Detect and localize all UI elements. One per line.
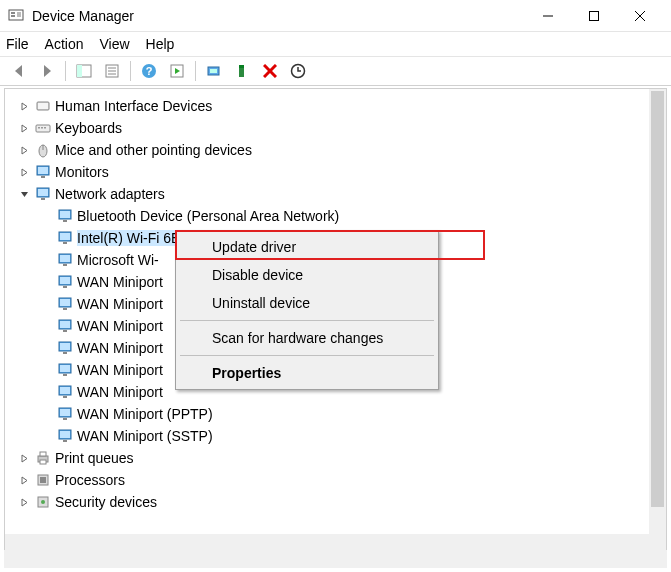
svg-rect-39 — [60, 211, 70, 218]
uninstall-toolbar-button[interactable] — [257, 58, 283, 84]
category-icon — [35, 450, 51, 466]
scan-hardware-button[interactable] — [201, 58, 227, 84]
svg-rect-29 — [44, 127, 46, 129]
tree-category[interactable]: Print queues — [17, 447, 662, 469]
action-toolbar-button[interactable] — [164, 58, 190, 84]
device-icon — [57, 384, 73, 400]
category-label: Keyboards — [55, 120, 122, 136]
expander-icon[interactable] — [17, 495, 31, 509]
ctx-properties[interactable]: Properties — [178, 359, 436, 387]
device-icon — [57, 428, 73, 444]
expander-icon[interactable] — [17, 99, 31, 113]
device-label: WAN Miniport — [77, 318, 163, 334]
svg-rect-70 — [63, 440, 67, 442]
tree-device[interactable]: WAN Miniport (SSTP) — [39, 425, 662, 447]
svg-rect-58 — [63, 352, 67, 354]
menu-action[interactable]: Action — [45, 36, 84, 52]
device-label: WAN Miniport — [77, 362, 163, 378]
category-icon — [35, 186, 51, 202]
expander-icon[interactable] — [17, 187, 31, 201]
device-label: WAN Miniport — [77, 384, 163, 400]
category-icon — [35, 120, 51, 136]
device-label: WAN Miniport — [77, 340, 163, 356]
forward-button[interactable] — [34, 58, 60, 84]
svg-rect-51 — [60, 299, 70, 306]
svg-rect-43 — [63, 242, 67, 244]
tree-device[interactable]: Bluetooth Device (Personal Area Network) — [39, 205, 662, 227]
svg-rect-60 — [60, 365, 70, 372]
expander-icon[interactable] — [17, 451, 31, 465]
category-icon — [35, 142, 51, 158]
maximize-button[interactable] — [571, 0, 617, 32]
menu-help[interactable]: Help — [146, 36, 175, 52]
svg-rect-46 — [63, 264, 67, 266]
tree-category[interactable]: Human Interface Devices — [17, 95, 662, 117]
tree-category[interactable]: Keyboards — [17, 117, 662, 139]
svg-rect-34 — [41, 176, 45, 178]
add-legacy-button[interactable] — [229, 58, 255, 84]
device-label: WAN Miniport — [77, 274, 163, 290]
svg-rect-72 — [40, 452, 46, 456]
svg-rect-52 — [63, 308, 67, 310]
back-button[interactable] — [6, 58, 32, 84]
device-icon — [57, 406, 73, 422]
svg-point-77 — [41, 500, 45, 504]
device-icon — [57, 252, 73, 268]
tree-area: Human Interface DevicesKeyboardsMice and… — [4, 88, 667, 552]
svg-rect-5 — [590, 11, 599, 20]
svg-rect-2 — [11, 15, 15, 17]
close-button[interactable] — [617, 0, 663, 32]
category-label: Processors — [55, 472, 125, 488]
category-icon — [35, 98, 51, 114]
update-driver-toolbar-button[interactable] — [285, 58, 311, 84]
tree-category[interactable]: Monitors — [17, 161, 662, 183]
category-icon — [35, 472, 51, 488]
tree-category[interactable]: Processors — [17, 469, 662, 491]
svg-rect-36 — [38, 189, 48, 196]
horizontal-scrollbar[interactable] — [5, 534, 649, 551]
svg-rect-64 — [63, 396, 67, 398]
svg-rect-40 — [63, 220, 67, 222]
tree-category[interactable]: Security devices — [17, 491, 662, 513]
device-label: WAN Miniport — [77, 296, 163, 312]
device-label: Microsoft Wi- — [77, 252, 159, 268]
svg-rect-66 — [60, 409, 70, 416]
show-hide-tree-button[interactable] — [71, 58, 97, 84]
ctx-scan-hardware[interactable]: Scan for hardware changes — [178, 324, 436, 352]
device-icon — [57, 318, 73, 334]
vertical-scrollbar[interactable] — [649, 89, 666, 551]
svg-rect-67 — [63, 418, 67, 420]
minimize-button[interactable] — [525, 0, 571, 32]
ctx-update-driver[interactable]: Update driver — [178, 233, 436, 261]
menu-view[interactable]: View — [99, 36, 129, 52]
svg-text:?: ? — [146, 65, 153, 77]
expander-icon[interactable] — [17, 473, 31, 487]
svg-rect-20 — [239, 65, 244, 68]
category-label: Monitors — [55, 164, 109, 180]
svg-rect-9 — [77, 65, 82, 77]
properties-toolbar-button[interactable] — [99, 58, 125, 84]
category-label: Print queues — [55, 450, 134, 466]
toolbar: ? — [0, 56, 671, 86]
svg-rect-69 — [60, 431, 70, 438]
help-button[interactable]: ? — [136, 58, 162, 84]
device-icon — [57, 296, 73, 312]
ctx-uninstall-device[interactable]: Uninstall device — [178, 289, 436, 317]
menu-file[interactable]: File — [6, 36, 29, 52]
device-label: Bluetooth Device (Personal Area Network) — [77, 208, 339, 224]
category-icon — [35, 164, 51, 180]
tree-category[interactable]: Mice and other pointing devices — [17, 139, 662, 161]
svg-rect-37 — [41, 198, 45, 200]
expander-icon[interactable] — [17, 121, 31, 135]
expander-icon[interactable] — [17, 165, 31, 179]
tree-category[interactable]: Network adapters — [17, 183, 662, 205]
svg-rect-55 — [63, 330, 67, 332]
svg-rect-73 — [40, 460, 46, 464]
svg-rect-27 — [38, 127, 40, 129]
tree-device[interactable]: WAN Miniport (PPTP) — [39, 403, 662, 425]
category-label: Network adapters — [55, 186, 165, 202]
status-bar — [4, 550, 667, 568]
device-icon — [57, 208, 73, 224]
ctx-disable-device[interactable]: Disable device — [178, 261, 436, 289]
expander-icon[interactable] — [17, 143, 31, 157]
